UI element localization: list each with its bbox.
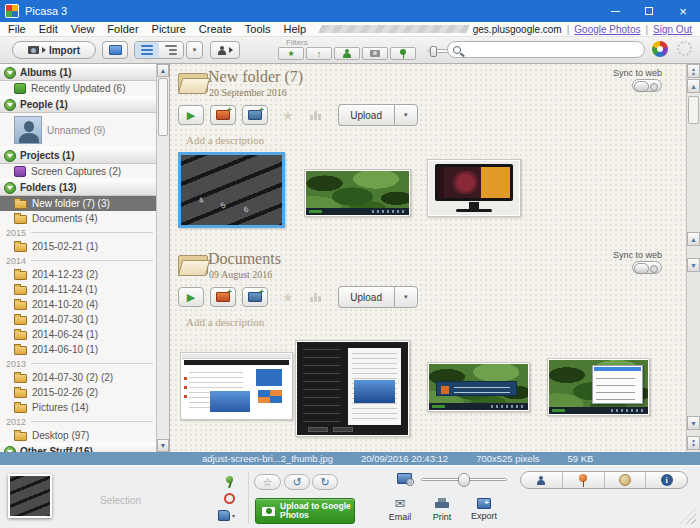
search-input[interactable] bbox=[465, 44, 625, 55]
print-button[interactable]: Print bbox=[424, 498, 460, 522]
sidebar-item-2015-02-21[interactable]: 2015-02-21 (1) bbox=[0, 239, 157, 254]
create-movie-button[interactable] bbox=[242, 105, 268, 125]
upload-menu-button[interactable]: ▾ bbox=[394, 286, 418, 308]
menu-file[interactable]: File bbox=[8, 23, 26, 35]
rotate-ccw-button[interactable]: ↺ bbox=[284, 474, 310, 490]
places-panel-button[interactable] bbox=[563, 472, 605, 488]
upload-menu-button[interactable]: ▾ bbox=[394, 104, 418, 126]
scroll-down-button[interactable]: ▼ bbox=[687, 416, 700, 430]
thumbnail-camo-notification[interactable] bbox=[427, 362, 530, 412]
selected-thumbnail[interactable] bbox=[8, 474, 52, 518]
minimize-button[interactable] bbox=[598, 0, 632, 22]
sidebar-item-2015-02-26[interactable]: 2015-02-26 (2) bbox=[0, 385, 157, 400]
prev-section-button[interactable]: ▲ bbox=[687, 232, 700, 246]
rotate-cw-button[interactable]: ↻ bbox=[312, 474, 338, 490]
scroll-bottom-button[interactable]: ▼▼ bbox=[687, 436, 700, 450]
info-panel-button[interactable]: i bbox=[646, 472, 687, 488]
sidebar-header-albums[interactable]: Albums (1) bbox=[0, 64, 157, 81]
maximize-button[interactable] bbox=[632, 0, 666, 22]
description-field[interactable]: Add a description bbox=[186, 134, 264, 146]
play-slideshow-button[interactable]: ▶ bbox=[178, 105, 204, 125]
email-button[interactable]: ✉ Email bbox=[382, 498, 418, 522]
thumbnail-browser-screenshot[interactable] bbox=[180, 352, 293, 420]
sidebar-item-2014-06-10[interactable]: 2014-06-10 (1) bbox=[0, 342, 157, 357]
view-list-button[interactable] bbox=[135, 42, 159, 58]
view-tree-button[interactable] bbox=[159, 42, 183, 58]
upload-button[interactable]: Upload bbox=[338, 286, 394, 308]
upload-button[interactable]: Upload bbox=[338, 104, 394, 126]
sidebar-scrollbar[interactable]: ▲ ▼ bbox=[156, 64, 169, 452]
main-scrollbar[interactable]: ▲▲ ▲ ▲ ▼ ▼ ▼▼ bbox=[686, 64, 700, 452]
people-view-button[interactable] bbox=[210, 41, 240, 59]
sidebar-item-recently-updated[interactable]: Recently Updated (6) bbox=[0, 81, 157, 96]
menu-edit[interactable]: Edit bbox=[39, 23, 58, 35]
hold-selection-button[interactable] bbox=[226, 476, 235, 488]
sidebar-item-2014-10-20[interactable]: 2014-10-20 (4) bbox=[0, 297, 157, 312]
collapse-icon[interactable] bbox=[4, 67, 16, 79]
sidebar-item-2014-07-30-2[interactable]: 2014-07-30 (2) (2) bbox=[0, 370, 157, 385]
star-toggle-button[interactable]: ☆ bbox=[254, 474, 281, 490]
filter-uploaded-button[interactable]: ↑ bbox=[306, 47, 332, 60]
people-panel-button[interactable] bbox=[521, 472, 563, 488]
sidebar-item-2014-11-24[interactable]: 2014-11-24 (1) bbox=[0, 282, 157, 297]
google-photos-link[interactable]: Google Photos bbox=[574, 24, 640, 35]
sidebar-item-pictures[interactable]: Pictures (14) bbox=[0, 400, 157, 415]
view-dropdown-button[interactable]: ▾ bbox=[186, 41, 203, 59]
section-title[interactable]: Documents bbox=[208, 250, 281, 268]
zoom-slider-handle[interactable] bbox=[458, 473, 470, 487]
thumbnail-camo-desktop[interactable] bbox=[304, 169, 411, 217]
create-collage-button[interactable] bbox=[210, 105, 236, 125]
play-slideshow-button[interactable]: ▶ bbox=[178, 287, 204, 307]
upload-google-photos-button[interactable]: Upload to GooglePhotos bbox=[255, 498, 355, 524]
sidebar-item-2014-06-24[interactable]: 2014-06-24 (1) bbox=[0, 327, 157, 342]
sidebar-item-screen-captures[interactable]: Screen Captures (2) bbox=[0, 164, 157, 179]
zoom-slider[interactable] bbox=[421, 478, 507, 481]
sidebar-header-projects[interactable]: Projects (1) bbox=[0, 147, 157, 164]
resize-grip[interactable] bbox=[680, 508, 696, 524]
export-button[interactable]: Export bbox=[466, 498, 502, 521]
sidebar-item-documents[interactable]: Documents (4) bbox=[0, 211, 157, 226]
close-button[interactable]: × bbox=[666, 0, 700, 22]
menu-view[interactable]: View bbox=[71, 23, 95, 35]
add-photos-button[interactable] bbox=[102, 41, 128, 59]
scroll-up-button[interactable]: ▲ bbox=[157, 64, 169, 77]
add-to-album-button[interactable]: ▾ bbox=[218, 510, 235, 521]
menu-picture[interactable]: Picture bbox=[152, 23, 186, 35]
sidebar-item-2014-07-30[interactable]: 2014-07-30 (1) bbox=[0, 312, 157, 327]
scrollbar-thumb[interactable] bbox=[158, 78, 168, 136]
menu-folder[interactable]: Folder bbox=[107, 23, 138, 35]
filter-starred-button[interactable]: ★ bbox=[278, 47, 304, 60]
tags-panel-button[interactable] bbox=[605, 472, 647, 488]
sidebar-header-other-stuff[interactable]: Other Stuff (16) bbox=[0, 443, 157, 452]
scroll-down-button[interactable]: ▼ bbox=[157, 439, 169, 452]
description-field[interactable]: Add a description bbox=[186, 316, 264, 328]
sync-to-web-toggle[interactable] bbox=[632, 261, 662, 274]
create-collage-button[interactable] bbox=[210, 287, 236, 307]
menu-help[interactable]: Help bbox=[284, 23, 307, 35]
filter-geotag-button[interactable] bbox=[390, 47, 416, 60]
import-button[interactable]: Import bbox=[12, 41, 96, 59]
sidebar-header-folders[interactable]: Folders (13) bbox=[0, 179, 157, 196]
sign-out-link[interactable]: Sign Out bbox=[653, 24, 692, 35]
sidebar-item-new-folder[interactable]: New folder (7) (3) bbox=[0, 196, 157, 211]
menu-create[interactable]: Create bbox=[199, 23, 232, 35]
sidebar-header-people[interactable]: People (1) bbox=[0, 96, 157, 113]
scroll-up-button[interactable]: ▲ bbox=[687, 79, 700, 93]
thumbnail-keyboard-photo[interactable]: 4 5 6 bbox=[178, 152, 285, 228]
clear-selection-button[interactable] bbox=[224, 493, 235, 504]
menu-tools[interactable]: Tools bbox=[245, 23, 271, 35]
create-movie-button[interactable] bbox=[242, 287, 268, 307]
collapse-icon[interactable] bbox=[4, 150, 16, 162]
sidebar-item-desktop[interactable]: Desktop (97) bbox=[0, 428, 157, 443]
sync-to-web-toggle[interactable] bbox=[632, 79, 662, 92]
collapse-icon[interactable] bbox=[4, 182, 16, 194]
thumbnail-print-dialog[interactable] bbox=[295, 340, 410, 437]
slider-handle[interactable] bbox=[430, 46, 437, 57]
next-section-button[interactable]: ▼ bbox=[687, 258, 700, 272]
scroll-top-button[interactable]: ▲▲ bbox=[687, 64, 700, 78]
sidebar-item-unnamed[interactable]: Unnamed (9) bbox=[0, 113, 157, 147]
collapse-icon[interactable] bbox=[4, 99, 16, 111]
thumbnail-monitor-photo[interactable] bbox=[427, 159, 521, 217]
section-title[interactable]: New folder (7) bbox=[208, 68, 303, 86]
filter-movies-button[interactable] bbox=[362, 47, 388, 60]
